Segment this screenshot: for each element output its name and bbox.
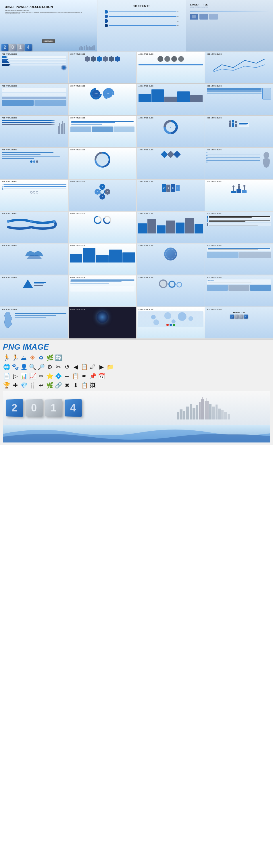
slide-r7-c2: ADD A TITLE SLIDE	[68, 243, 137, 275]
slide-r6-c4: ADD A TITLE SLIDE	[205, 211, 273, 243]
svg-rect-6	[89, 46, 90, 50]
svg-rect-5	[87, 46, 89, 50]
slide-r9-c2: ADD A TITLE SLIDE	[68, 307, 137, 339]
icon-pin: 📌	[89, 372, 97, 380]
svg-rect-29	[177, 412, 179, 420]
slide-r5-c3: ADD A TITLE SLIDE W O R K	[137, 179, 205, 211]
icon-image: 🖼	[89, 381, 97, 389]
slide-r2-c2: ADD A TITLE SLIDE 2014 2013	[68, 84, 137, 115]
svg-rect-3	[83, 46, 86, 50]
large-num-4: 4	[65, 399, 82, 417]
num-1: 1	[17, 44, 24, 51]
svg-point-17	[30, 220, 33, 223]
icon-clipboard-2: 📋	[72, 372, 79, 380]
svg-rect-31	[183, 411, 185, 420]
icon-person-2: 🏃	[11, 354, 19, 362]
arrow-2	[105, 15, 108, 18]
slides-row-1: ADD A TITLE SLIDE	[0, 52, 273, 84]
icon-clipboard-3: 📋	[80, 381, 88, 389]
svg-point-24	[164, 312, 171, 319]
svg-rect-0	[79, 48, 80, 50]
icon-arrows: ↔	[63, 372, 71, 380]
icon-diamond: 💠	[55, 372, 62, 380]
num-0: 0	[9, 44, 16, 51]
svg-rect-13	[62, 121, 63, 134]
svg-rect-10	[58, 126, 59, 134]
slides-row-4: ADD A TITLE SLIDE ADD A TITLE SLIDE	[0, 148, 273, 179]
icon-gear: ⚙	[46, 363, 54, 371]
line-4	[109, 25, 176, 26]
icon-paw: 🐾	[11, 363, 19, 371]
icon-fork: 🍴	[29, 381, 36, 389]
icon-search-2: 🔎	[37, 363, 45, 371]
slide-r5-c2: ADD A TITLE SLIDE 1 2 3 4	[68, 179, 137, 211]
contents-title: CONTENTS	[102, 5, 182, 8]
slides-row-3: ADD A TITLE SLIDE	[0, 116, 273, 148]
slide-insert-title: 1. INSERT TITLE ANNUAL BUSINESS INNOVATI…	[186, 0, 273, 52]
svg-point-18	[53, 220, 56, 223]
numbers-2014: 2 0 1 4	[6, 399, 81, 416]
svg-rect-1	[80, 46, 82, 50]
large-num-0: 0	[26, 399, 43, 417]
icon-search: 🔍	[29, 363, 36, 371]
icon-gem: 💎	[20, 381, 28, 389]
slides-row-2: ADD A TITLE SLIDE Text ADD A TITLE SLIDE…	[0, 84, 273, 116]
icon-clipboard: 📋	[80, 363, 88, 371]
icon-folder: 📁	[106, 363, 114, 371]
slides-row-8: ADD A TITLE SLIDE ADD A TITLE SLIDE	[0, 275, 273, 307]
icon-play-back: ◀	[72, 363, 79, 371]
slides-row-9: ADD A TITLE SLIDE ADD A TITLE SLIDE	[0, 307, 273, 339]
svg-rect-39	[209, 404, 211, 420]
svg-point-26	[189, 316, 193, 321]
slide-r5-c1: ADD A TITLE SLIDE	[0, 179, 68, 211]
arrow-1	[105, 10, 108, 13]
icon-globe: 🌐	[3, 363, 10, 371]
insert-sub-text: ANNUAL BUSINESS INNOVATION	[190, 6, 269, 8]
slide-r9-c3: ADD A TITLE SLIDE	[137, 307, 205, 339]
numbers-3d-section: 2 0 1 4	[3, 391, 270, 425]
svg-rect-35	[196, 405, 198, 420]
slide-r1-c2: ADD A TITLE SLIDE	[68, 52, 137, 83]
svg-rect-41	[215, 405, 217, 420]
icon-leaf-2: 🌿	[46, 381, 54, 389]
slide-r8-c3: ADD A TITLE SLIDE	[137, 275, 205, 307]
top-row: 49SET POWER PRESENTATION Insert your sub…	[0, 0, 273, 52]
slides-row-6: ADD A TITLE SLIDE ADD A TITLE SLIDE	[0, 211, 273, 243]
png-section: PNG IMAGE 🏃 🏃 ⛰ ☀ ♻ 🌿 🔄 🌐 🐾 👤 🔍 🔎 ⚙ ✂ ↺ …	[0, 339, 273, 445]
outline-icons-row-3: 🏆 ✚ 💎 🍴 ↩ 🌿 🔗 ✖ ⬇ 📋 🖼	[3, 381, 270, 389]
svg-rect-9	[93, 45, 95, 50]
large-num-2: 2	[6, 399, 23, 417]
outline-icons-row-1: 🌐 🐾 👤 🔍 🔎 ⚙ ✂ ↺ ◀ 📋 🖊 ▶ 📁	[3, 363, 270, 371]
slide-r6-c2: ADD A TITLE SLIDE	[68, 211, 137, 243]
slide-r1-c1: ADD A TITLE SLIDE	[0, 52, 68, 83]
icon-person-1: 🏃	[3, 354, 10, 362]
icon-leaf: 🌿	[46, 354, 54, 362]
slide-r2-c1: ADD A TITLE SLIDE Text	[0, 84, 68, 115]
wave-deco	[190, 11, 269, 11]
slide-r6-c1: ADD A TITLE SLIDE	[0, 211, 68, 243]
bottom-wave-section	[3, 425, 270, 442]
slide-r4-c3: ADD A TITLE SLIDE	[137, 148, 205, 179]
city-silhouette	[81, 397, 267, 420]
outline-icons-row-2: 📄 ▷ 📊 📈 ✏ ⭐ 💠 ↔ 📋 ✒ 📌 📅	[3, 372, 270, 380]
slide-r4-c2: ADD A TITLE SLIDE	[68, 148, 137, 179]
slide-main-title: 49SET POWER PRESENTATION Insert your sub…	[0, 0, 97, 52]
svg-rect-14	[64, 123, 65, 134]
icon-calendar: 📅	[98, 372, 105, 380]
colored-icons-row: 🏃 🏃 ⛰ ☀ ♻ 🌿 🔄	[3, 354, 270, 362]
large-num-1: 1	[45, 399, 62, 417]
svg-rect-11	[59, 123, 60, 134]
slide-r3-c2: ADD A TITLE SLIDE	[68, 116, 137, 147]
svg-rect-37	[201, 399, 204, 420]
slide-r7-c3: ADD A TITLE SLIDE	[137, 243, 205, 275]
svg-rect-32	[185, 407, 189, 420]
slide-r8-c2: ADD A TITLE SLIDE	[68, 275, 137, 307]
icon-triangle: ▷	[11, 372, 19, 380]
slide-r9-c1: ADD A TITLE SLIDE	[0, 307, 68, 339]
svg-point-15	[264, 152, 269, 158]
svg-point-27	[153, 319, 159, 325]
svg-point-28	[172, 319, 176, 323]
icon-x: ✖	[63, 381, 71, 389]
svg-rect-44	[224, 412, 227, 420]
icon-pen-2: ✒	[80, 372, 88, 380]
